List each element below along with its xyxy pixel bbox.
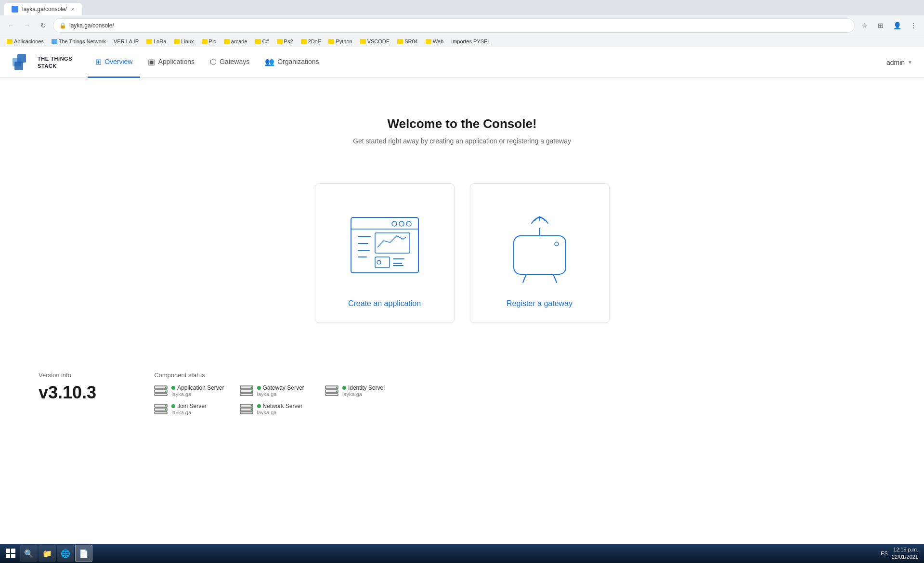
status-dot-green — [171, 404, 175, 408]
bookmark-lora[interactable]: LoRa — [143, 38, 169, 45]
taskbar-chrome-button[interactable]: 🌐 — [57, 545, 74, 562]
bookmark-web[interactable]: Web — [423, 38, 446, 45]
svg-point-27 — [165, 391, 167, 392]
svg-rect-40 — [155, 412, 167, 414]
server-icon-net — [240, 404, 253, 414]
component-status: Component status — [154, 371, 395, 415]
extensions-button[interactable]: ⊞ — [874, 19, 887, 32]
profile-button[interactable]: 👤 — [890, 19, 904, 32]
logo[interactable]: THE THINGS STACK — [12, 52, 72, 73]
start-button[interactable] — [2, 545, 19, 562]
organizations-icon: 👥 — [265, 57, 274, 66]
status-dot-green — [342, 386, 346, 390]
svg-line-21 — [523, 274, 526, 282]
browser-tabs: layka.ga/console/ ✕ — [0, 0, 924, 15]
app-server-host: layka.ga — [171, 391, 224, 397]
create-application-card[interactable]: Create an application — [315, 183, 455, 323]
server-icon-app — [154, 385, 168, 396]
bookmark-2dof[interactable]: 2DoF — [298, 38, 324, 45]
user-menu[interactable]: admin ▼ — [886, 59, 912, 66]
id-server-info: Identity Server layka.ga — [342, 384, 385, 397]
bookmark-ver-la-ip[interactable]: VER LA IP — [111, 38, 142, 45]
bookmark-csharp[interactable]: C# — [252, 38, 272, 45]
address-bar[interactable]: 🔒 layka.ga/console/ — [53, 18, 855, 33]
back-button[interactable]: ← — [4, 19, 17, 32]
gw-server-name: Gateway Server — [257, 384, 304, 391]
hero-subtitle: Get started right away by creating an ap… — [12, 137, 912, 145]
bookmark-aplicaciones[interactable]: Aplicaciones — [4, 38, 47, 45]
cards-container: Create an application — [0, 174, 924, 352]
gw-server-info: Gateway Server layka.ga — [257, 384, 304, 397]
user-label: admin — [886, 59, 905, 66]
register-gateway-card[interactable]: Register a gateway — [470, 183, 610, 323]
folder-icon — [328, 39, 334, 44]
nav-item-gateways[interactable]: ⬡ Gateways — [202, 47, 257, 78]
gateways-icon: ⬡ — [210, 57, 217, 66]
bookmark-pic[interactable]: Pic — [199, 38, 219, 45]
svg-rect-1 — [17, 54, 26, 63]
svg-point-46 — [250, 405, 252, 407]
create-application-label: Create an application — [348, 299, 421, 308]
app-server-info: Application Server layka.ga — [171, 384, 224, 397]
nav-item-organizations[interactable]: 👥 Organizations — [257, 47, 326, 78]
taskbar-search-button[interactable]: 🔍 — [20, 545, 38, 562]
bookmark-vscode[interactable]: VSCODE — [357, 38, 392, 45]
folder-icon — [360, 39, 366, 44]
footer-section: Version info v3.10.3 Component status — [0, 352, 924, 435]
folder-icon — [7, 39, 13, 44]
status-item-join-server: Join Server layka.ga — [154, 403, 224, 415]
taskbar-active-app-button[interactable]: 📄 — [75, 545, 92, 562]
footer-grid: Version info v3.10.3 Component status — [39, 371, 885, 415]
folder-icon — [426, 39, 431, 44]
nav-item-overview[interactable]: ⊞ Overview — [88, 47, 140, 78]
bookmark-ps2[interactable]: Ps2 — [274, 38, 296, 45]
tab-close-button[interactable]: ✕ — [71, 7, 75, 12]
bookmark-importes-pysel[interactable]: Importes PYSEL — [448, 38, 493, 45]
bookmark-button[interactable]: ☆ — [858, 19, 871, 32]
bookmark-things-network[interactable]: The Things Network — [49, 38, 109, 45]
nav-menu: ⊞ Overview ▣ Applications ⬡ Gateways 👥 O… — [88, 47, 886, 78]
svg-line-22 — [553, 274, 557, 282]
folder-icon — [255, 39, 261, 44]
bookmark-sr04[interactable]: SR04 — [394, 38, 421, 45]
forward-button[interactable]: → — [20, 19, 34, 32]
app-server-name: Application Server — [171, 384, 224, 391]
tray-date: 22/01/2021 — [892, 553, 918, 561]
version-number: v3.10.3 — [39, 383, 96, 403]
folder-icon — [224, 39, 230, 44]
svg-rect-25 — [155, 394, 167, 396]
taskbar-files-button[interactable]: 📁 — [39, 545, 56, 562]
svg-point-36 — [336, 387, 337, 388]
overview-icon: ⊞ — [95, 57, 102, 66]
bookmarks-bar: Aplicaciones The Things Network VER LA I… — [0, 36, 924, 47]
lock-icon: 🔒 — [59, 22, 66, 29]
status-item-application-server: Application Server layka.ga — [154, 384, 224, 397]
main-content: Welcome to the Console! Get started righ… — [0, 78, 924, 563]
reload-button[interactable]: ↻ — [37, 19, 50, 32]
tray-clock: 12:19 p.m. 22/01/2021 — [892, 546, 918, 561]
bookmark-python[interactable]: Python — [325, 38, 355, 45]
status-dot-green — [257, 404, 261, 408]
status-dot-green — [257, 386, 261, 390]
folder-icon — [202, 39, 208, 44]
status-item-identity-server: Identity Server layka.ga — [325, 384, 395, 397]
folder-icon — [277, 39, 283, 44]
url-text: layka.ga/console/ — [69, 22, 114, 29]
hero-section: Welcome to the Console! Get started righ… — [0, 78, 924, 174]
net-server-host: layka.ga — [257, 409, 303, 415]
svg-point-32 — [250, 391, 252, 392]
tab-title: layka.ga/console/ — [22, 6, 67, 13]
bookmark-linux[interactable]: Linux — [171, 38, 196, 45]
windows-logo-icon — [6, 549, 15, 558]
bookmark-arcade[interactable]: arcade — [221, 38, 250, 45]
tray-time: 12:19 p.m. — [892, 546, 918, 553]
id-server-host: layka.ga — [342, 391, 385, 397]
version-label: Version info — [39, 371, 96, 379]
svg-rect-35 — [325, 394, 338, 396]
taskbar-tray: ES 12:19 p.m. 22/01/2021 — [877, 546, 922, 561]
menu-button[interactable]: ⋮ — [907, 19, 920, 32]
nav-item-applications[interactable]: ▣ Applications — [140, 47, 202, 78]
svg-point-47 — [250, 409, 252, 410]
taskbar: 🔍 📁 🌐 📄 ES 12:19 p.m. 22/01/2021 — [0, 544, 924, 563]
active-tab[interactable]: layka.ga/console/ ✕ — [4, 3, 82, 15]
